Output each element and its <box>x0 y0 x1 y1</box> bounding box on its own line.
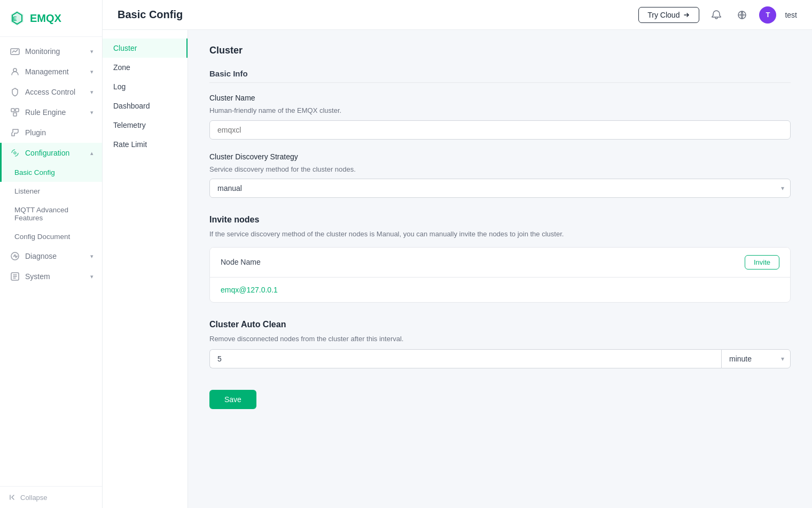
header: Basic Config Try Cloud T test <box>103 0 812 30</box>
auto-clean-unit-select[interactable]: second minute hour <box>721 349 791 368</box>
sidebar: E EMQX Monitoring ▾ Management ▾ Access … <box>0 0 103 508</box>
invite-table: Node Name Invite emqx@127.0.0.1 <box>209 247 791 303</box>
auto-clean-number-input[interactable] <box>209 349 721 368</box>
system-chevron: ▾ <box>90 273 93 280</box>
collapse-icon <box>9 493 17 502</box>
auto-clean-section: Cluster Auto Clean Remove disconnected n… <box>209 320 791 369</box>
basic-info-section: Basic Info Cluster Name Human-friendly n… <box>209 69 791 198</box>
management-chevron: ▾ <box>90 68 93 75</box>
configuration-chevron: ▴ <box>90 150 93 157</box>
discovery-select[interactable]: manual static mcast dns etcd k8s <box>209 179 791 198</box>
sidebar-bottom: Collapse <box>0 486 102 508</box>
sub-nav-cluster[interactable]: Cluster <box>103 39 188 58</box>
plugin-icon <box>10 128 20 137</box>
cluster-name-desc: Human-friendly name of the EMQX cluster. <box>209 105 791 116</box>
table-row: emqx@127.0.0.1 <box>210 278 790 302</box>
globe-icon <box>737 10 747 20</box>
cluster-section-title: Cluster <box>209 45 791 56</box>
diagnose-icon <box>10 251 20 261</box>
language-button[interactable] <box>733 6 751 24</box>
discovery-desc: Service discovery method for the cluster… <box>209 164 791 175</box>
configuration-icon <box>10 148 20 158</box>
monitoring-icon <box>10 47 20 56</box>
auto-clean-title: Cluster Auto Clean <box>209 320 791 329</box>
sidebar-item-access-control[interactable]: Access Control ▾ <box>0 82 102 102</box>
sidebar-item-system-label: System <box>25 272 85 281</box>
invite-button[interactable]: Invite <box>745 255 779 270</box>
collapse-button[interactable]: Collapse <box>9 493 93 502</box>
sidebar-item-management[interactable]: Management ▾ <box>0 61 102 82</box>
sidebar-item-diagnose[interactable]: Diagnose ▾ <box>0 246 102 266</box>
user-name[interactable]: test <box>785 11 797 19</box>
bell-icon <box>711 10 722 20</box>
svg-rect-6 <box>15 109 19 112</box>
emqx-logo-icon: E <box>9 10 26 27</box>
user-avatar[interactable]: T <box>759 6 776 24</box>
svg-text:E: E <box>13 16 17 22</box>
diagnose-chevron: ▾ <box>90 253 93 260</box>
sidebar-item-monitoring[interactable]: Monitoring ▾ <box>0 41 102 61</box>
sub-nav-rate-limit[interactable]: Rate Limit <box>103 135 188 154</box>
system-icon <box>10 272 20 281</box>
rule-engine-icon <box>10 107 20 117</box>
sub-nav-dashboard[interactable]: Dashboard <box>103 96 188 116</box>
app-name: EMQX <box>30 12 61 25</box>
node-link[interactable]: emqx@127.0.0.1 <box>221 286 278 294</box>
node-name-column-header: Node Name <box>221 258 261 266</box>
main-area: Basic Config Try Cloud T test Cluster Zo… <box>103 0 812 508</box>
sub-nav-log[interactable]: Log <box>103 77 188 96</box>
access-control-icon <box>10 87 20 97</box>
sidebar-item-basic-config[interactable]: Basic Config <box>0 163 102 182</box>
collapse-label: Collapse <box>20 494 48 502</box>
try-cloud-label: Try Cloud <box>647 11 680 19</box>
sidebar-item-mqtt-advanced[interactable]: MQTT Advanced Features <box>0 201 102 227</box>
arrow-right-icon <box>683 11 690 19</box>
main-nav: Monitoring ▾ Management ▾ Access Control… <box>0 37 102 486</box>
sub-nav-telemetry-label: Telemetry <box>113 121 146 129</box>
sub-nav-dashboard-label: Dashboard <box>113 102 150 110</box>
svg-rect-5 <box>11 109 14 112</box>
sub-nav-cluster-label: Cluster <box>113 44 137 52</box>
invite-table-container: Node Name Invite emqx@127.0.0.1 <box>209 247 791 303</box>
sub-nav-zone[interactable]: Zone <box>103 58 188 77</box>
sidebar-item-mqtt-advanced-label: MQTT Advanced Features <box>14 206 93 222</box>
invite-nodes-section: Invite nodes If the service discovery me… <box>209 215 791 303</box>
sidebar-item-access-control-label: Access Control <box>25 88 85 96</box>
cluster-name-label: Cluster Name <box>209 94 791 102</box>
auto-clean-unit-wrap: second minute hour ▾ <box>721 349 791 368</box>
sidebar-item-listener-label: Listener <box>14 187 93 195</box>
sidebar-item-configuration[interactable]: Configuration ▴ <box>0 143 102 163</box>
auto-clean-desc: Remove disconnected nodes from the clust… <box>209 334 791 344</box>
header-right: Try Cloud T test <box>638 6 797 24</box>
sidebar-item-management-label: Management <box>25 67 85 76</box>
save-button[interactable]: Save <box>209 390 256 409</box>
sidebar-item-system[interactable]: System ▾ <box>0 266 102 287</box>
sidebar-item-basic-config-label: Basic Config <box>14 168 93 176</box>
sidebar-item-monitoring-label: Monitoring <box>25 47 85 56</box>
rule-engine-chevron: ▾ <box>90 109 93 116</box>
content-area: Cluster Zone Log Dashboard Telemetry Rat… <box>103 30 812 508</box>
sub-sidebar: Cluster Zone Log Dashboard Telemetry Rat… <box>103 30 188 508</box>
main-content: Cluster Basic Info Cluster Name Human-fr… <box>188 30 812 508</box>
sidebar-item-rule-engine[interactable]: Rule Engine ▾ <box>0 102 102 122</box>
try-cloud-button[interactable]: Try Cloud <box>638 7 699 23</box>
sidebar-item-plugin-label: Plugin <box>25 128 93 137</box>
notification-button[interactable] <box>708 6 725 24</box>
auto-clean-inputs-container: second minute hour ▾ <box>209 349 791 368</box>
discovery-strategy-field: Cluster Discovery Strategy Service disco… <box>209 152 791 198</box>
sidebar-item-config-document-label: Config Document <box>14 233 93 241</box>
sub-nav-telemetry[interactable]: Telemetry <box>103 116 188 135</box>
discovery-select-wrap: manual static mcast dns etcd k8s ▾ <box>209 179 791 198</box>
invite-table-header: Node Name Invite <box>210 248 790 278</box>
logo-container: E EMQX <box>0 0 102 37</box>
sub-nav-rate-limit-label: Rate Limit <box>113 140 147 149</box>
sidebar-item-plugin[interactable]: Plugin <box>0 122 102 143</box>
cluster-name-field: Cluster Name Human-friendly name of the … <box>209 94 791 140</box>
cluster-name-input[interactable] <box>209 120 791 140</box>
monitoring-chevron: ▾ <box>90 48 93 55</box>
invite-nodes-desc: If the service discovery method of the c… <box>209 229 791 240</box>
sidebar-item-listener[interactable]: Listener <box>0 182 102 201</box>
sidebar-item-config-document[interactable]: Config Document <box>0 227 102 246</box>
sidebar-item-rule-engine-label: Rule Engine <box>25 108 85 117</box>
svg-point-4 <box>13 68 17 72</box>
